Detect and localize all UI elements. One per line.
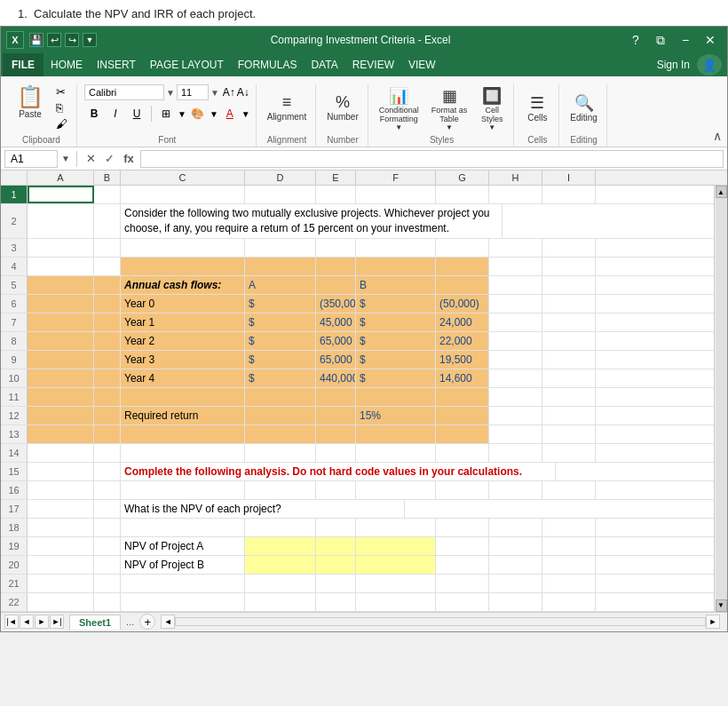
cell-d7-dollar[interactable]: $ [245, 313, 316, 331]
cell-f21[interactable] [356, 575, 436, 592]
cell-a13[interactable] [28, 425, 94, 443]
cell-h9[interactable] [489, 351, 542, 369]
cell-d5[interactable]: A [245, 276, 316, 294]
cell-f4[interactable] [356, 258, 436, 275]
cell-c10[interactable]: Year 4 [121, 369, 245, 387]
bold-btn[interactable]: B [84, 105, 104, 123]
cell-h5[interactable] [489, 276, 542, 294]
increase-font-btn[interactable]: A↑ [223, 86, 235, 99]
cell-h13[interactable] [489, 425, 542, 443]
cell-h18[interactable] [489, 519, 542, 536]
horizontal-scrollbar[interactable] [175, 617, 706, 626]
format-painter-btn[interactable]: 🖌 [52, 116, 71, 131]
decrease-font-btn[interactable]: A↓ [237, 86, 249, 99]
cell-c14[interactable] [121, 444, 245, 462]
cut-btn[interactable]: ✂ [52, 84, 71, 99]
cell-e19[interactable] [316, 537, 356, 555]
cell-e18[interactable] [316, 519, 356, 536]
cell-g13[interactable] [436, 425, 489, 443]
cell-a14[interactable] [28, 444, 94, 462]
cell-c2-wide[interactable]: Consider the following two mutually excl… [121, 204, 502, 238]
cell-b10[interactable] [94, 369, 121, 387]
font-size-dropdown-icon[interactable]: ▼ [210, 88, 219, 98]
cell-e9[interactable]: 65,000 [316, 351, 356, 369]
cell-b18[interactable] [94, 519, 121, 536]
cell-e21[interactable] [316, 575, 356, 592]
font-color-dropdown[interactable]: ▼ [241, 109, 250, 119]
cell-b3[interactable] [94, 239, 121, 257]
cell-g8[interactable]: 22,000 [436, 332, 489, 350]
cancel-formula-icon[interactable]: ✕ [83, 151, 99, 167]
cell-a10[interactable] [28, 369, 94, 387]
cell-g16[interactable] [436, 481, 489, 499]
col-header-c[interactable]: C [121, 171, 245, 185]
cell-e1[interactable] [316, 186, 356, 203]
cell-a8[interactable] [28, 332, 94, 350]
cell-f14[interactable] [356, 444, 436, 462]
cell-h6[interactable] [489, 295, 542, 313]
menu-home[interactable]: HOME [44, 56, 90, 74]
cell-b20[interactable] [94, 556, 121, 574]
cell-d6-dollar[interactable]: $ [245, 295, 316, 313]
cell-b12[interactable] [94, 407, 121, 424]
cell-d18[interactable] [245, 519, 316, 536]
cell-d19[interactable] [245, 537, 316, 555]
cell-e6[interactable]: (350,000) [316, 295, 356, 313]
cell-g20[interactable] [436, 556, 489, 574]
cell-d4[interactable] [245, 258, 316, 275]
sheet-nav-last[interactable]: ►| [50, 615, 64, 629]
cell-f7-dollar[interactable]: $ [356, 313, 436, 331]
cell-f16[interactable] [356, 481, 436, 499]
italic-btn[interactable]: I [106, 105, 125, 123]
cell-g12[interactable] [436, 407, 489, 424]
save-icon[interactable]: 💾 [29, 33, 44, 47]
cell-b19[interactable] [94, 537, 121, 555]
scroll-left-btn[interactable]: ◄ [161, 615, 175, 629]
cell-c3[interactable] [121, 239, 245, 257]
cell-d1[interactable] [245, 186, 316, 203]
cell-i5[interactable] [542, 276, 596, 294]
cell-b17[interactable] [94, 500, 121, 518]
cell-a1[interactable] [28, 186, 94, 203]
menu-page-layout[interactable]: PAGE LAYOUT [143, 56, 231, 74]
redo-icon[interactable]: ↪ [65, 33, 79, 47]
cell-e22[interactable] [316, 593, 356, 611]
cell-c15-instruction[interactable]: Complete the following analysis. Do not … [121, 463, 556, 480]
cell-b21[interactable] [94, 575, 121, 592]
cell-b1[interactable] [94, 186, 121, 203]
vertical-scrollbar[interactable]: ▲ ▼ [714, 186, 727, 612]
cell-i6[interactable] [542, 295, 596, 313]
cell-i14[interactable] [542, 444, 596, 462]
col-header-h[interactable]: H [489, 171, 542, 185]
col-header-g[interactable]: G [436, 171, 489, 185]
formula-input[interactable] [140, 150, 724, 168]
borders-btn[interactable]: ⊞ [156, 105, 176, 123]
help-btn[interactable]: ? [624, 31, 647, 49]
cell-b8[interactable] [94, 332, 121, 350]
sheet-nav-first[interactable]: |◄ [4, 615, 19, 629]
sheet-nav-prev[interactable]: ◄ [20, 615, 34, 629]
cell-i7[interactable] [542, 313, 596, 331]
cell-f1[interactable] [356, 186, 436, 203]
cell-g10[interactable]: 14,600 [436, 369, 489, 387]
paste-btn[interactable]: 📋 Paste [12, 84, 49, 119]
cell-g3[interactable] [436, 239, 489, 257]
cell-h21[interactable] [489, 575, 542, 592]
cell-h11[interactable] [489, 388, 542, 406]
cell-c1[interactable] [121, 186, 245, 203]
cell-i21[interactable] [542, 575, 596, 592]
cell-h20[interactable] [489, 556, 542, 574]
cell-a12[interactable] [28, 407, 94, 424]
cell-d10-dollar[interactable]: $ [245, 369, 316, 387]
cell-f22[interactable] [356, 593, 436, 611]
menu-formulas[interactable]: FORMULAS [231, 56, 305, 74]
cell-h8[interactable] [489, 332, 542, 350]
customize-icon[interactable]: ▼ [83, 33, 97, 47]
cell-c6[interactable]: Year 0 [121, 295, 245, 313]
cell-g11[interactable] [436, 388, 489, 406]
cell-e7[interactable]: 45,000 [316, 313, 356, 331]
cell-b13[interactable] [94, 425, 121, 443]
cell-d12[interactable] [245, 407, 316, 424]
menu-file[interactable]: FILE [3, 53, 44, 76]
cell-g21[interactable] [436, 575, 489, 592]
